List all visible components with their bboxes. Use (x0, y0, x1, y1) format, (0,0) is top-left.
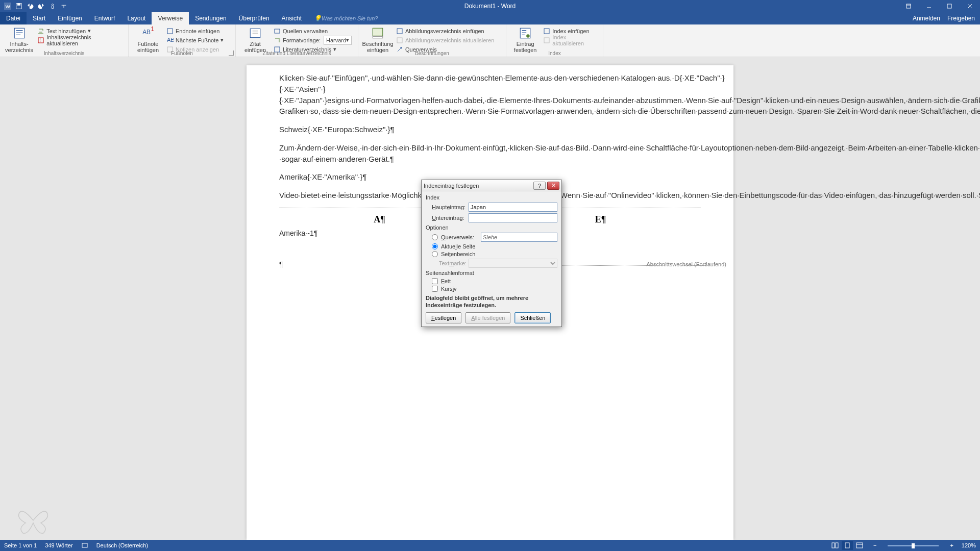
update-toc-button[interactable]: !Inhaltsverzeichnis aktualisieren (35, 36, 125, 44)
word-app-icon: W (4, 3, 11, 10)
main-entry-input[interactable] (469, 203, 557, 212)
close-button[interactable]: Schließen (514, 312, 551, 323)
tell-me[interactable]: 💡 Was möchten Sie tun? (308, 12, 384, 24)
style-value: Harvard (326, 37, 346, 43)
next-footnote-button[interactable]: ABNächste Fußnote ▾ (164, 36, 226, 44)
dialog-titlebar[interactable]: Indexeintrag festlegen ? ✕ (422, 180, 561, 191)
tab-design[interactable]: Entwurf (88, 12, 121, 24)
toc-button[interactable]: Inhalts- verzeichnis (3, 26, 35, 53)
tab-start[interactable]: Start (27, 12, 52, 24)
update-tof-button: Abbildungsverzeichnis aktualisieren (394, 36, 496, 44)
touch-mode-icon[interactable] (49, 3, 56, 10)
citation-style[interactable]: Formatvorlage:Harvard ▾ (272, 36, 354, 44)
cross-reference-radio[interactable] (432, 234, 438, 240)
add-text-label: Text hinzufügen (46, 28, 86, 34)
update-toc-label: Inhaltsverzeichnis aktualisieren (46, 34, 123, 46)
read-mode-icon[interactable] (829, 541, 841, 550)
language-indicator[interactable]: Deutsch (Österreich) (96, 542, 148, 548)
page-range-radio[interactable] (432, 251, 438, 257)
group-citations: Zitat einfügen Quellen verwalten Formatv… (236, 24, 358, 57)
minimize-icon[interactable] (919, 0, 939, 12)
zoom-slider[interactable] (888, 545, 939, 546)
bookmark-label: Textmarke: (426, 260, 465, 266)
endnote-label: Endnote einfügen (176, 28, 219, 34)
svg-rect-6 (947, 4, 951, 8)
update-index-label: Index aktualisieren (552, 34, 598, 46)
update-tof-icon (396, 37, 403, 44)
dialog-help-icon[interactable]: ? (533, 182, 546, 190)
sign-in[interactable]: Anmelden (913, 15, 940, 22)
print-layout-icon[interactable] (842, 541, 853, 550)
share[interactable]: Freigeben (947, 15, 975, 22)
tof-label: Abbildungsverzeichnis einfügen (405, 28, 484, 34)
undo-icon[interactable] (27, 3, 34, 10)
mark-entry-button[interactable]: Eintrag festlegen (509, 26, 541, 53)
bold-label: Fett (441, 278, 481, 284)
toc-icon (13, 27, 26, 40)
manage-sources-button[interactable]: Quellen verwalten (272, 27, 354, 35)
footnotes-launcher[interactable] (229, 51, 234, 56)
svg-text:AB: AB (167, 37, 174, 43)
insert-caption-button[interactable]: Beschriftung einfügen (361, 26, 394, 54)
tab-review[interactable]: Überprüfen (233, 12, 276, 24)
tab-mailings[interactable]: Sendungen (189, 12, 232, 24)
sub-entry-input[interactable] (469, 213, 557, 222)
svg-rect-20 (397, 29, 402, 34)
sub-entry-label: Untereintrag: (426, 215, 465, 221)
insert-endnote-button[interactable]: Endnote einfügen (164, 27, 226, 35)
insert-footnote-button[interactable]: AB1 Fußnote einfügen (132, 26, 164, 54)
ribbon-tabs: Datei Start Einfügen Entwurf Layout Verw… (0, 12, 980, 24)
dialog-close-icon[interactable]: ✕ (547, 182, 559, 190)
insert-tof-button[interactable]: Abbildungsverzeichnis einfügen (394, 27, 496, 35)
tab-insert[interactable]: Einfügen (52, 12, 88, 24)
update-toc-icon: ! (37, 37, 44, 44)
window-title: Dokument1 - Word (464, 3, 516, 10)
update-index-button: Index aktualisieren (541, 36, 600, 44)
svg-text:W: W (6, 4, 11, 9)
svg-text:AB: AB (142, 29, 151, 36)
qat-customize-icon[interactable] (60, 3, 67, 10)
spell-check-icon[interactable] (81, 542, 88, 549)
cross-reference-input[interactable] (481, 233, 557, 242)
svg-rect-21 (397, 38, 402, 43)
ribbon-display-icon[interactable] (898, 0, 919, 12)
word-count[interactable]: 349 Wörter (45, 542, 72, 548)
group-captions: Beschriftung einfügen Abbildungsverzeich… (358, 24, 506, 57)
close-icon[interactable] (960, 0, 980, 12)
tab-references[interactable]: Verweise (152, 12, 189, 24)
svg-rect-27 (832, 543, 835, 548)
web-layout-icon[interactable] (854, 541, 865, 550)
dialog-section-index-label: Index (426, 194, 557, 201)
mark-button[interactable]: Festlegen (426, 312, 461, 323)
main-entry-label: Haupteintrag: (426, 204, 465, 210)
redo-icon[interactable] (38, 3, 45, 10)
current-page-radio[interactable] (432, 243, 438, 249)
svg-rect-12 (167, 29, 173, 34)
insert-citation-button[interactable]: Zitat einfügen (239, 26, 272, 54)
manage-sources-icon (274, 28, 281, 35)
footnote-icon: AB1 (141, 27, 155, 40)
tab-file[interactable]: Datei (0, 12, 27, 24)
insert-index-icon (543, 28, 550, 35)
watermark-butterfly-icon (15, 505, 51, 536)
svg-text:!: ! (39, 37, 41, 43)
status-bar: Seite 1 von 1 349 Wörter Deutsch (Österr… (0, 540, 980, 551)
maximize-icon[interactable] (939, 0, 960, 12)
italic-checkbox[interactable] (432, 286, 438, 292)
paragraph[interactable]: Zum·Ändern·der·Weise,·in·der·sich·ein·Bi… (279, 142, 701, 165)
zoom-out-icon[interactable]: − (873, 542, 876, 548)
style-select[interactable]: Harvard ▾ (324, 36, 352, 45)
paragraph[interactable]: Schweiz{·XE·"Europa:Schweiz"·}¶ (279, 124, 701, 135)
page-indicator[interactable]: Seite 1 von 1 (4, 542, 37, 548)
zoom-level[interactable]: 120% (962, 542, 976, 548)
save-icon[interactable] (15, 3, 22, 10)
dialog-section-options-label: Optionen (426, 224, 557, 231)
tab-view[interactable]: Ansicht (276, 12, 308, 24)
group-toc: Inhalts- verzeichnis Text hinzufügen ▾ !… (0, 24, 129, 57)
zoom-in-icon[interactable]: + (950, 542, 953, 548)
update-tof-label: Abbildungsverzeichnis aktualisieren (405, 37, 494, 43)
paragraph[interactable]: Klicken·Sie·auf·"Einfügen",·und·wählen·S… (279, 72, 701, 117)
bold-checkbox[interactable] (432, 278, 438, 284)
tab-layout[interactable]: Layout (121, 12, 152, 24)
caption-icon (371, 27, 384, 40)
